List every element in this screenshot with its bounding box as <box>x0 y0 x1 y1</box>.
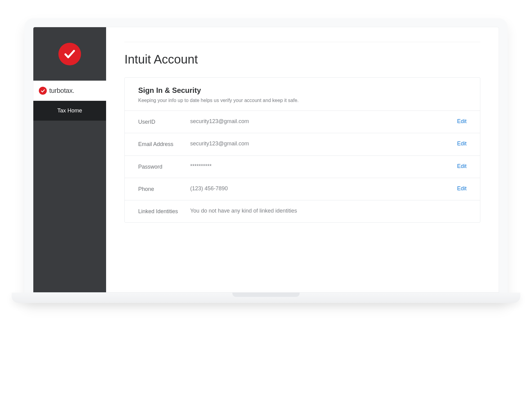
main-content: Intuit Account Sign In & Security Keepin… <box>106 27 499 292</box>
security-card-header: Sign In & Security Keeping your info up … <box>125 78 480 111</box>
sidebar-item-tax-home[interactable]: Tax Home <box>33 101 106 121</box>
row-value: You do not have any kind of linked ident… <box>190 208 467 214</box>
edit-phone-link[interactable]: Edit <box>457 185 467 192</box>
edit-email-link[interactable]: Edit <box>457 140 467 147</box>
row-label: Phone <box>138 185 190 193</box>
row-label: Password <box>138 163 190 170</box>
row-value: ********** <box>190 163 457 170</box>
security-card-subtitle: Keeping your info up to date helps us ve… <box>138 98 467 103</box>
row-linked-identities: Linked Identities You do not have any ki… <box>125 200 480 222</box>
turbotax-check-logo <box>58 43 81 65</box>
row-email: Email Address security123@gmail.com Edit <box>125 133 480 155</box>
row-value: (123) 456-7890 <box>190 185 457 192</box>
app-screen: turbotax. Tax Home Intuit Account Sign I… <box>33 27 499 293</box>
laptop-base <box>12 293 520 303</box>
sidebar-item-label: Tax Home <box>57 108 82 114</box>
row-value: security123@gmail.com <box>190 118 457 125</box>
turbotax-check-logo-small <box>39 87 47 95</box>
row-password: Password ********** Edit <box>125 156 480 178</box>
security-card: Sign In & Security Keeping your info up … <box>124 77 480 223</box>
sidebar: turbotax. Tax Home <box>33 27 106 292</box>
row-value: security123@gmail.com <box>190 140 457 147</box>
row-phone: Phone (123) 456-7890 Edit <box>125 178 480 200</box>
divider <box>124 42 480 42</box>
edit-userid-link[interactable]: Edit <box>457 118 467 125</box>
brand-name: turbotax. <box>49 87 74 95</box>
check-icon <box>41 89 45 93</box>
row-label: Email Address <box>138 140 190 148</box>
row-userid: UserID security123@gmail.com Edit <box>125 111 480 133</box>
security-card-title: Sign In & Security <box>138 86 467 95</box>
brand-row[interactable]: turbotax. <box>33 81 106 101</box>
row-label: Linked Identities <box>138 208 190 215</box>
row-label: UserID <box>138 118 190 126</box>
laptop-frame: turbotax. Tax Home Intuit Account Sign I… <box>24 18 508 303</box>
check-icon <box>63 48 76 60</box>
logo-block <box>33 27 106 81</box>
edit-password-link[interactable]: Edit <box>457 163 467 170</box>
laptop-notch <box>232 293 300 297</box>
page-title: Intuit Account <box>124 53 480 66</box>
